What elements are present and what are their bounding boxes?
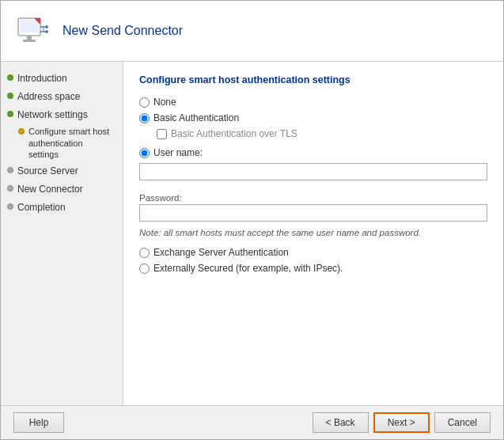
main-content: Configure smart host authentication sett…	[123, 62, 503, 405]
radio-username[interactable]	[139, 148, 150, 158]
radio-exchange-auth-label: Exchange Server Authentication	[153, 247, 289, 258]
radio-row-externally-secured: Externally Secured (for example, with IP…	[139, 263, 487, 274]
password-input[interactable]	[139, 204, 487, 222]
section-title: Configure smart host authentication sett…	[139, 74, 487, 85]
svg-rect-4	[23, 40, 36, 42]
dialog-body: Introduction Address space Network setti…	[1, 62, 503, 405]
dot-icon	[7, 93, 13, 99]
sidebar-item-address-space[interactable]: Address space	[1, 88, 123, 106]
sidebar-item-label: Network settings	[17, 108, 88, 122]
radio-row-none: None	[139, 97, 487, 108]
radio-basic-auth[interactable]	[139, 113, 150, 123]
note-text: Note: all smart hosts must accept the sa…	[139, 228, 487, 237]
radio-externally-secured-label: Externally Secured (for example, with IP…	[153, 263, 343, 274]
checkbox-row-tls: Basic Authentication over TLS	[157, 128, 487, 139]
dot-icon	[7, 203, 13, 210]
cancel-button[interactable]: Cancel	[434, 412, 491, 433]
dot-icon	[18, 128, 25, 135]
radio-basic-auth-label: Basic Authentication	[153, 112, 239, 123]
sidebar-item-label: New Connector	[17, 183, 83, 196]
svg-point-6	[45, 25, 48, 28]
radio-row-username: User name:	[139, 147, 487, 158]
radio-exchange-auth[interactable]	[139, 248, 150, 258]
back-button[interactable]: < Back	[313, 412, 369, 433]
sidebar: Introduction Address space Network setti…	[1, 62, 123, 405]
sidebar-item-completion[interactable]: Completion	[1, 199, 123, 217]
sidebar-item-network-settings[interactable]: Network settings	[1, 106, 123, 124]
sidebar-item-smart-host-auth[interactable]: Configure smart host authentication sett…	[1, 123, 123, 162]
sidebar-item-introduction[interactable]: Introduction	[1, 70, 123, 88]
radio-externally-secured[interactable]	[139, 264, 150, 274]
footer: Help < Back Next > Cancel	[1, 405, 503, 439]
sidebar-item-label: Completion	[17, 201, 66, 214]
footer-right: < Back Next > Cancel	[313, 412, 491, 433]
sidebar-item-source-server[interactable]: Source Server	[1, 162, 123, 180]
dot-icon	[7, 74, 13, 81]
dialog-title: New Send Connector	[63, 24, 183, 38]
dialog: New Send Connector Introduction Address …	[0, 0, 504, 440]
connector-icon	[13, 12, 51, 50]
radio-none[interactable]	[139, 97, 150, 108]
dot-icon	[7, 167, 13, 173]
sidebar-item-label: Introduction	[17, 72, 67, 85]
username-field-label: User name:	[153, 147, 203, 158]
radio-row-basic-auth: Basic Authentication	[139, 112, 487, 123]
checkbox-tls-label: Basic Authentication over TLS	[171, 128, 297, 139]
sidebar-item-new-connector[interactable]: New Connector	[1, 180, 123, 199]
svg-rect-3	[27, 36, 32, 40]
dot-icon	[7, 185, 13, 192]
radio-row-exchange-auth: Exchange Server Authentication	[139, 247, 487, 258]
checkbox-tls[interactable]	[157, 129, 167, 139]
password-label: Password:	[139, 193, 487, 203]
svg-rect-1	[20, 20, 39, 32]
sidebar-item-label: Configure smart host authentication sett…	[28, 126, 115, 160]
sidebar-item-label: Address space	[17, 90, 80, 104]
dialog-header: New Send Connector	[1, 1, 503, 62]
username-input[interactable]	[139, 163, 487, 180]
next-button[interactable]: Next >	[373, 412, 430, 433]
dot-icon	[7, 111, 13, 117]
help-button[interactable]: Help	[13, 412, 64, 433]
radio-none-label: None	[153, 97, 176, 108]
sidebar-item-label: Source Server	[17, 165, 78, 178]
